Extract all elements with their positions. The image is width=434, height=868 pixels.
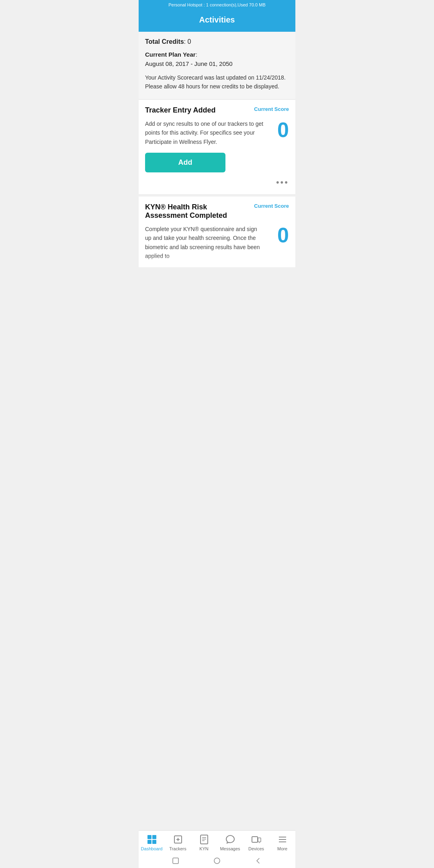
tracker-entry-score-label: Current Score	[254, 106, 289, 112]
plan-year-colon: :	[196, 51, 197, 58]
tracker-entry-description: Add or sync results to one of our tracke…	[145, 119, 269, 146]
tracker-entry-card: Tracker Entry Added Current Score Add or…	[139, 100, 295, 197]
plan-year-label: Current Plan Year	[145, 51, 196, 58]
tracker-entry-title: Tracker Entry Added	[145, 106, 254, 115]
kyn-score: 0	[269, 225, 289, 246]
plan-year-value: August 08, 2017 - June 01, 2050	[145, 60, 233, 67]
kyn-title: KYN® Health Risk Assessment Completed	[145, 203, 254, 220]
page-header: Activities	[139, 10, 295, 32]
status-bar: Personal Hotspot : 1 connection(s),Used …	[139, 0, 295, 10]
total-credits-label: Total Credits	[145, 38, 184, 45]
total-credits: Total Credits: 0	[145, 38, 289, 45]
info-section: Total Credits: 0 Current Plan Year: Augu…	[139, 32, 295, 100]
tracker-entry-score: 0	[269, 119, 289, 140]
page-title: Activities	[199, 15, 235, 24]
tracker-add-button[interactable]: Add	[145, 153, 225, 172]
status-bar-text: Personal Hotspot : 1 connection(s),Used …	[168, 2, 266, 7]
kyn-description: Complete your KYN® questionnaire and sig…	[145, 225, 269, 261]
total-credits-value: : 0	[184, 38, 191, 45]
more-options-icon[interactable]: •••	[276, 177, 289, 188]
kyn-assessment-card: KYN® Health Risk Assessment Completed Cu…	[139, 197, 295, 270]
plan-year: Current Plan Year: August 08, 2017 - Jun…	[145, 50, 289, 68]
kyn-score-label: Current Score	[254, 203, 289, 209]
update-notice: Your Activity Scorecard was last updated…	[145, 73, 289, 91]
